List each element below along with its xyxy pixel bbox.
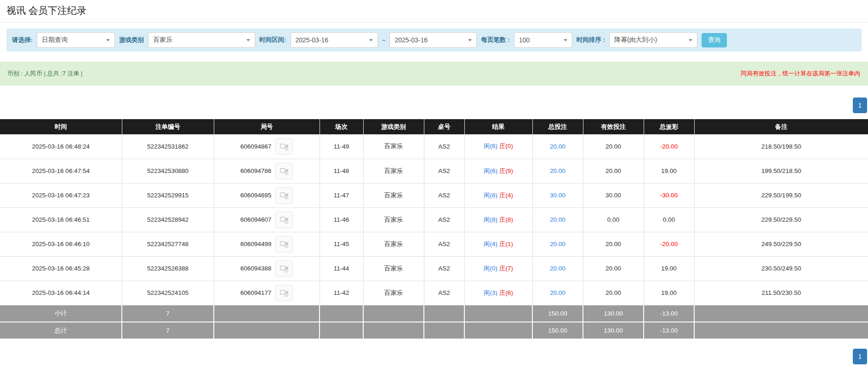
cell-table: AS2 — [424, 134, 464, 159]
page-size-value: 100 — [519, 36, 530, 44]
cell-table: AS2 — [424, 232, 464, 256]
cell-valid-bet: 20.00 — [583, 159, 644, 183]
chevron-down-icon — [689, 39, 692, 41]
cell-payout: -20.00 — [644, 232, 694, 256]
video-replay-button[interactable] — [275, 285, 293, 301]
cell-game-type: 百家乐 — [363, 281, 424, 305]
table-row: 2025-03-16 06:45:28 522342526388 6060943… — [0, 256, 868, 281]
total-bet-link[interactable]: 20.00 — [550, 289, 565, 296]
cell-remark: 249.50/229.50 — [694, 232, 868, 256]
total-bet-link[interactable]: 20.00 — [550, 241, 565, 247]
sort-order-select[interactable]: 降幂(由大到小) — [609, 32, 697, 48]
cell-session: 11-46 — [320, 207, 363, 232]
table-body: 2025-03-16 06:48:24 522342531862 6060948… — [0, 134, 868, 305]
chevron-down-icon — [468, 39, 472, 41]
page-size-select[interactable]: 100 — [514, 32, 572, 48]
cell-bet-id: 522342529915 — [122, 183, 214, 207]
date-to-select[interactable]: 2025-03-16 — [389, 32, 477, 48]
page-1-button[interactable]: 1 — [853, 349, 867, 364]
search-button[interactable]: 查询 — [702, 33, 727, 47]
result-player: 闲(0) — [484, 265, 497, 272]
cell-result: 闲(4) 庄(1) — [464, 232, 532, 256]
cell-time: 2025-03-16 06:44:14 — [0, 281, 122, 305]
cell-valid-bet: 20.00 — [583, 256, 644, 281]
cell-session: 11-45 — [320, 232, 363, 256]
cell-time: 2025-03-16 06:47:54 — [0, 159, 122, 183]
video-replay-button[interactable] — [275, 187, 293, 204]
col-session: 场次 — [320, 119, 363, 134]
result-player: 闲(4) — [484, 241, 497, 247]
cell-total-bet: 20.00 — [532, 207, 583, 232]
result-banker: 庄(6) — [499, 289, 513, 296]
total-bet-link[interactable]: 20.00 — [550, 265, 565, 272]
cell-round: 606094867 — [214, 134, 320, 159]
subtotal-label: 小计 — [0, 305, 122, 322]
valid-bet-notice-text: 同局有效投注，统一计算在该局第一张注单内 — [741, 69, 860, 78]
video-replay-button[interactable] — [275, 236, 293, 253]
cell-valid-bet: 20.00 — [583, 134, 644, 159]
tilde-separator: ~ — [382, 37, 386, 44]
sort-order-value: 降幂(由大到小) — [614, 36, 657, 44]
table-row: 2025-03-16 06:46:51 522342528942 6060946… — [0, 207, 868, 232]
date-from-select[interactable]: 2025-03-16 — [291, 32, 378, 48]
cell-bet-id: 522342530880 — [122, 159, 214, 183]
table-row: 2025-03-16 06:47:23 522342529915 6060946… — [0, 183, 868, 207]
cell-table: AS2 — [424, 256, 464, 281]
video-camera-icon — [280, 264, 289, 273]
cell-result: 闲(8) 庄(8) — [464, 207, 532, 232]
video-replay-button[interactable] — [275, 260, 293, 277]
total-total-bet: 150.00 — [532, 322, 583, 339]
chevron-down-icon — [106, 39, 110, 41]
total-bet-link[interactable]: 30.00 — [550, 192, 565, 199]
video-camera-icon — [280, 190, 289, 200]
result-banker: 庄(4) — [499, 192, 513, 199]
cell-payout: 19.00 — [644, 256, 694, 281]
video-camera-icon — [280, 142, 289, 151]
round-id: 606094607 — [240, 216, 272, 223]
total-bet-link[interactable]: 20.00 — [550, 216, 565, 223]
table-row: 2025-03-16 06:48:24 522342531862 6060948… — [0, 134, 868, 159]
subtotal-valid-bet: 130.00 — [583, 305, 644, 322]
page-1-button[interactable]: 1 — [853, 98, 867, 113]
table-summary: 小计 7 150.00 130.00 -13.00 总计 7 150.00 13… — [0, 305, 868, 339]
subtotal-count: 7 — [122, 305, 214, 322]
chevron-down-icon — [369, 39, 373, 41]
cell-remark: 218.50/198.50 — [694, 134, 868, 159]
cell-payout: 19.00 — [644, 159, 694, 183]
chevron-down-icon — [564, 39, 567, 41]
cell-table: AS2 — [424, 159, 464, 183]
page-title: 视讯 会员下注纪录 — [0, 0, 868, 23]
round-id: 606094695 — [240, 192, 272, 199]
cell-remark: 199.50/218.50 — [694, 159, 868, 183]
cell-game-type: 百家乐 — [363, 134, 424, 159]
cell-payout: 19.00 — [644, 281, 694, 305]
cell-game-type: 百家乐 — [363, 159, 424, 183]
result-player: 闲(8) — [484, 192, 497, 199]
col-time: 时间 — [0, 119, 122, 134]
chevron-down-icon — [246, 39, 250, 41]
cell-payout: 0.00 — [644, 207, 694, 232]
round-id: 606094867 — [240, 143, 272, 150]
table-row: 2025-03-16 06:44:14 522342524105 6060941… — [0, 281, 868, 305]
cell-remark: 211.50/230.50 — [694, 281, 868, 305]
cell-bet-id: 522342526388 — [122, 256, 214, 281]
col-game-type: 游戏类别 — [363, 119, 424, 134]
cell-round: 606094786 — [214, 159, 320, 183]
video-replay-button[interactable] — [275, 138, 293, 155]
result-banker: 庄(1) — [499, 241, 513, 247]
total-bet-link[interactable]: 20.00 — [550, 167, 565, 174]
video-replay-button[interactable] — [275, 212, 293, 228]
total-row: 总计 7 150.00 130.00 -13.00 — [0, 322, 868, 339]
cell-time: 2025-03-16 06:47:23 — [0, 183, 122, 207]
video-replay-button[interactable] — [275, 163, 293, 179]
sort-label: 时间排序 : — [577, 36, 605, 44]
cell-session: 11-42 — [320, 281, 363, 305]
date-mode-select[interactable]: 日期查询 — [37, 32, 115, 48]
cell-session: 11-44 — [320, 256, 363, 281]
col-bet-id: 注单编号 — [122, 119, 214, 134]
cell-time: 2025-03-16 06:45:28 — [0, 256, 122, 281]
total-bet-link[interactable]: 20.00 — [550, 143, 565, 150]
col-remark: 备注 — [694, 119, 868, 134]
col-table: 桌号 — [424, 119, 464, 134]
game-type-select[interactable]: 百家乐 — [148, 32, 255, 48]
